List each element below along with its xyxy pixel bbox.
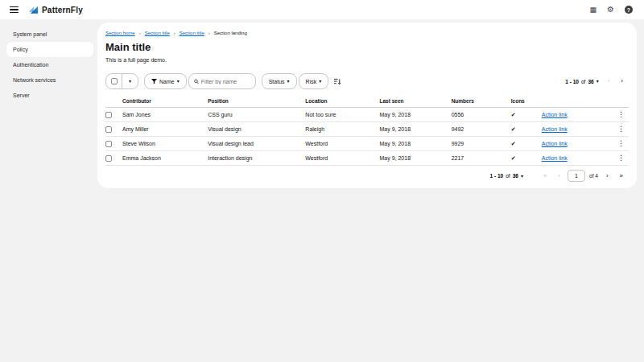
pagination-menu-button[interactable]: 1 - 10 of 36 ▾ <box>562 79 601 84</box>
sidebar-item[interactable]: Server <box>0 88 97 103</box>
angle-double-right-icon: » <box>620 172 623 179</box>
row-select-checkbox[interactable] <box>105 126 112 133</box>
check-icon: ✔ <box>511 155 516 161</box>
settings-button[interactable]: ⚙ <box>605 6 616 14</box>
sidebar-item-label: Authentication <box>13 62 48 68</box>
prev-page-button[interactable]: ‹ <box>552 173 566 179</box>
first-page-button[interactable]: « <box>538 173 552 179</box>
brand-logo: PatternFly <box>27 4 83 15</box>
menu-toggle-button[interactable] <box>10 6 19 14</box>
cell-location: Westford <box>305 137 379 151</box>
sort-icon <box>334 78 341 85</box>
sidebar: System panel Policy Authentication Netwo… <box>0 19 97 362</box>
caret-down-icon: ▾ <box>287 79 290 84</box>
angle-left-icon: ‹ <box>558 172 560 179</box>
table-header-row: Contributor Position Location Last seen … <box>105 95 629 108</box>
risk-filter-button[interactable]: Risk ▾ <box>299 73 329 89</box>
chevron-right-icon: › <box>208 31 210 35</box>
pagination-bottom: 1 - 10 of 36 ▾ « ‹ of 4 › » <box>105 166 629 182</box>
gear-icon: ⚙ <box>607 6 614 14</box>
breadcrumb-link[interactable]: Section title <box>180 31 204 35</box>
breadcrumb: Section home › Section title › Section t… <box>105 31 629 35</box>
page-title: Main title <box>105 41 629 53</box>
chevron-right-icon: › <box>174 31 175 35</box>
cell-position: Interaction design <box>208 151 305 166</box>
kebab-menu-button[interactable]: ⋮ <box>615 154 627 162</box>
cell-contributor: Steve Wilson <box>122 137 208 151</box>
sidebar-item[interactable]: System panel <box>0 27 97 42</box>
bulk-select-checkbox[interactable] <box>111 78 118 84</box>
next-page-button[interactable]: › <box>601 173 614 179</box>
cell-location: Raleigh <box>305 122 379 137</box>
action-link[interactable]: Action link <box>542 126 568 132</box>
action-link[interactable]: Action link <box>542 155 568 161</box>
cell-location: Not too sure <box>305 108 379 122</box>
column-header-contributor: Contributor <box>122 95 208 108</box>
kebab-menu-button[interactable]: ⋮ <box>615 125 627 133</box>
sidebar-item[interactable]: Network services <box>0 72 97 88</box>
cell-location: Westford <box>305 151 379 166</box>
select-column-header <box>105 95 122 108</box>
sidebar-item-label: Network services <box>13 77 56 83</box>
cell-numbers: 9929 <box>452 137 511 151</box>
bulk-select-dropdown-button[interactable]: ▾ <box>122 74 138 88</box>
last-page-button[interactable]: » <box>614 173 629 179</box>
cell-position: CSS guru <box>208 108 305 122</box>
search-input[interactable] <box>201 79 250 84</box>
kebab-icon: ⋮ <box>617 154 625 162</box>
sort-button[interactable] <box>332 78 343 85</box>
breadcrumb-link[interactable]: Section landing <box>214 31 247 35</box>
cell-position: Visual design <box>208 122 305 137</box>
name-filter-button[interactable]: Name ▾ <box>144 73 187 89</box>
action-link[interactable]: Action link <box>542 112 568 117</box>
column-header-location: Location <box>305 95 379 108</box>
column-header-icons: Icons <box>511 95 542 108</box>
kebab-icon: ⋮ <box>617 110 625 118</box>
cell-last-seen: May 9, 2018 <box>380 151 452 166</box>
toolbar: ▾ Name ▾ Status ▾ Risk ▾ <box>105 73 629 89</box>
cell-position: Visual design lead <box>208 137 305 151</box>
breadcrumb-item: Section title › <box>180 31 210 35</box>
status-filter-button[interactable]: Status ▾ <box>262 73 297 89</box>
pagination-menu-button[interactable]: 1 - 10 of 36 ▾ <box>487 173 526 179</box>
caret-down-icon: ▾ <box>597 79 599 84</box>
breadcrumb-link[interactable]: Section title <box>145 31 170 35</box>
breadcrumb-link[interactable]: Section home <box>105 31 135 35</box>
filter-icon <box>151 79 157 84</box>
angle-left-icon: ‹ <box>608 77 610 84</box>
prev-page-button[interactable]: ‹ <box>602 78 616 84</box>
help-icon: ? <box>625 6 633 14</box>
kebab-menu-button[interactable]: ⋮ <box>615 140 627 147</box>
cell-numbers: 2217 <box>452 151 511 166</box>
grid-icon: ▦ <box>590 6 597 14</box>
table-row: Amy Miller Visual design Raleigh May 9, … <box>105 122 629 137</box>
pagination-top: 1 - 10 of 36 ▾ ‹ › <box>562 78 629 84</box>
data-table: Contributor Position Location Last seen … <box>105 95 629 166</box>
table-row: Emma Jackson Interaction design Westford… <box>105 151 629 166</box>
search-box <box>188 73 256 89</box>
current-page-input[interactable] <box>568 170 585 182</box>
kebab-icon: ⋮ <box>617 125 625 133</box>
row-select-checkbox[interactable] <box>105 141 112 147</box>
action-link[interactable]: Action link <box>542 141 568 146</box>
cell-contributor: Amy Miller <box>122 122 208 137</box>
next-page-button[interactable]: › <box>615 78 629 84</box>
kebab-menu-button[interactable]: ⋮ <box>615 111 627 118</box>
row-select-checkbox[interactable] <box>105 155 112 162</box>
chevron-right-icon: › <box>139 31 141 35</box>
check-icon: ✔ <box>511 112 516 117</box>
row-select-checkbox[interactable] <box>105 112 112 118</box>
app-launcher-button[interactable]: ▦ <box>588 6 599 14</box>
sidebar-item[interactable]: Policy <box>6 42 93 57</box>
kebab-icon: ⋮ <box>617 139 625 147</box>
cell-last-seen: May 9, 2018 <box>380 108 452 122</box>
caret-down-icon: ▾ <box>129 79 131 84</box>
check-icon: ✔ <box>511 126 516 132</box>
column-header-actions <box>542 95 605 108</box>
main-content-card: Section home › Section title › Section t… <box>97 23 637 188</box>
breadcrumb-item: Section title › <box>145 31 175 35</box>
help-button[interactable]: ? <box>623 6 634 14</box>
total-pages-label: of 4 <box>589 173 598 179</box>
sidebar-item[interactable]: Authentication <box>0 57 97 72</box>
table-row: Sam Jones CSS guru Not too sure May 9, 2… <box>105 108 629 122</box>
